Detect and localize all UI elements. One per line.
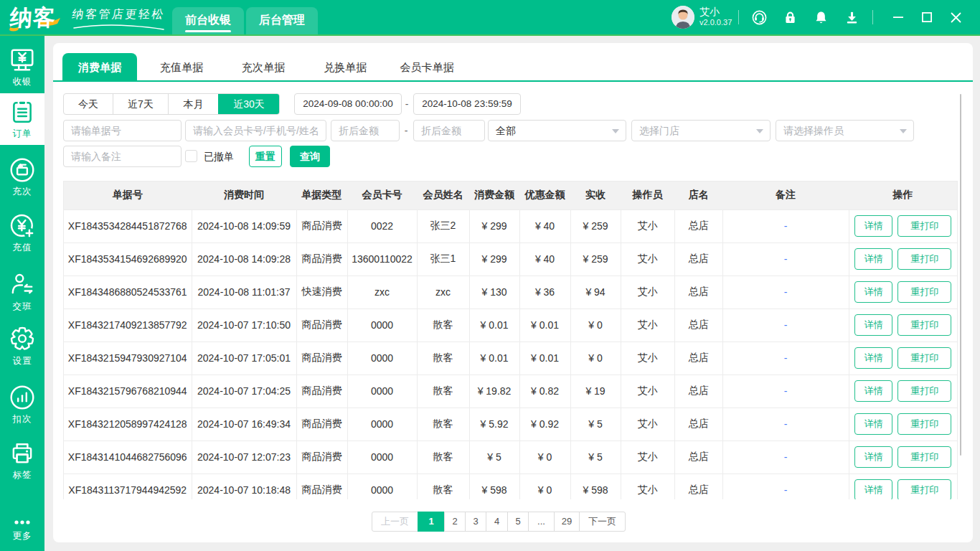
- detail-button[interactable]: 详情: [854, 380, 892, 402]
- page-button-2[interactable]: 2: [444, 512, 466, 532]
- doc-tab-充值单据[interactable]: 充值单据: [144, 53, 219, 82]
- cell-remark: -: [722, 408, 849, 441]
- member-input[interactable]: 请输入会员卡号/手机号/姓名: [185, 120, 326, 141]
- reprint-button[interactable]: 重打印: [897, 347, 951, 369]
- sidebar-item-收银[interactable]: 收银: [0, 42, 44, 93]
- date-range-separator: -: [403, 93, 410, 115]
- page-button-1[interactable]: 1: [418, 512, 445, 532]
- detail-button[interactable]: 详情: [854, 413, 892, 435]
- cell-time: 2024-10-07 17:04:25: [192, 375, 296, 408]
- page-button-29[interactable]: 29: [554, 512, 580, 532]
- reset-button[interactable]: 重置: [249, 146, 282, 167]
- detail-button[interactable]: 详情: [854, 347, 892, 369]
- search-button[interactable]: 查询: [290, 146, 330, 167]
- page-button-5[interactable]: 5: [507, 512, 529, 532]
- cell-time: 2024-10-08 11:01:37: [192, 276, 296, 309]
- sidebar: 收银 订单 充次 充值 交班 设置 扣次 标签: [0, 36, 44, 551]
- sidebar-item-更多[interactable]: 更多: [0, 509, 44, 550]
- revoked-checkbox[interactable]: [185, 150, 197, 162]
- order-no-input[interactable]: 请输单据号: [63, 120, 182, 141]
- maximize-button[interactable]: [913, 0, 941, 34]
- cashier-monitor-icon: [9, 47, 36, 74]
- detail-button[interactable]: 详情: [854, 281, 892, 303]
- doc-tab-消费单据[interactable]: 消费单据: [62, 53, 137, 82]
- page-ellipsis[interactable]: ...: [528, 512, 555, 532]
- reprint-button[interactable]: 重打印: [897, 248, 951, 270]
- operator-placeholder: 请选择操作员: [783, 125, 844, 136]
- cell-amount: ¥ 5.92: [469, 408, 519, 441]
- sidebar-item-充次[interactable]: 充次: [0, 151, 44, 203]
- doc-tab-兑换单据[interactable]: 兑换单据: [308, 53, 382, 82]
- nav-tab-后台管理[interactable]: 后台管理: [246, 7, 318, 34]
- detail-button[interactable]: 详情: [854, 248, 892, 270]
- reprint-button[interactable]: 重打印: [897, 446, 951, 468]
- quick-range-今天[interactable]: 今天: [64, 94, 113, 114]
- page-button-3[interactable]: 3: [465, 512, 486, 532]
- detail-button[interactable]: 详情: [854, 479, 892, 499]
- next-page-button[interactable]: 下一页: [579, 512, 626, 532]
- sidebar-item-设置[interactable]: 设置: [0, 321, 44, 372]
- sidebar-item-label: 标签: [13, 469, 32, 481]
- sidebar-item-交班[interactable]: 交班: [0, 266, 44, 318]
- reprint-button[interactable]: 重打印: [897, 413, 951, 435]
- sidebar-item-标签[interactable]: 标签: [0, 435, 44, 486]
- reprint-button[interactable]: 重打印: [897, 479, 951, 499]
- customer-service-icon[interactable]: [752, 10, 767, 25]
- vertical-scrollbar[interactable]: [960, 94, 961, 456]
- store-select[interactable]: 选择门店: [631, 120, 771, 141]
- lock-icon[interactable]: [783, 10, 798, 25]
- column-header-操作: 操作: [849, 182, 957, 209]
- table-row: XF18432174092138577922024-10-07 17:10:50…: [64, 309, 957, 342]
- quick-range-近30天[interactable]: 近30天: [218, 94, 279, 114]
- minimize-button[interactable]: [884, 0, 913, 34]
- tagline-underline-swoosh: [73, 24, 165, 31]
- sidebar-item-label: 订单: [13, 128, 32, 140]
- prev-page-button[interactable]: 上一页: [372, 512, 418, 532]
- doc-tab-充次单据[interactable]: 充次单据: [226, 53, 301, 82]
- reprint-button[interactable]: 重打印: [897, 314, 951, 336]
- remark-input[interactable]: 请输入备注: [63, 146, 182, 167]
- nav-tab-前台收银[interactable]: 前台收银: [172, 7, 244, 34]
- user-info[interactable]: 艾小 v2.0.0.37: [672, 6, 732, 29]
- sidebar-item-label: 更多: [13, 530, 32, 542]
- cell-store: 总店: [674, 309, 722, 342]
- pay-type-select[interactable]: 全部: [488, 120, 626, 141]
- chevron-down-icon: [756, 129, 763, 133]
- cell-type: 商品消费: [296, 408, 347, 441]
- sidebar-item-扣次[interactable]: 扣次: [0, 379, 44, 430]
- doc-tab-会员卡单据[interactable]: 会员卡单据: [390, 53, 464, 82]
- cell-amount: ¥ 598: [469, 474, 519, 499]
- quick-range-近7天[interactable]: 近7天: [113, 94, 168, 114]
- date-to-input[interactable]: 2024-10-08 23:59:59: [413, 93, 521, 115]
- cell-discount: ¥ 40: [519, 209, 570, 242]
- detail-button[interactable]: 详情: [854, 446, 892, 468]
- bell-icon[interactable]: [814, 10, 829, 25]
- detail-button[interactable]: 详情: [854, 215, 892, 237]
- amount-min-input[interactable]: 折后金额: [331, 120, 400, 141]
- close-button[interactable]: [941, 0, 970, 34]
- cell-order_no: XF1843113717944942592: [64, 474, 192, 499]
- cell-type: 快速消费: [296, 276, 347, 309]
- cell-discount: ¥ 40: [519, 242, 570, 276]
- reprint-button[interactable]: 重打印: [897, 281, 951, 303]
- cell-card_no: 0000: [347, 441, 417, 474]
- topbar-icons: [752, 10, 859, 25]
- column-header-会员姓名: 会员姓名: [417, 182, 469, 209]
- reprint-button[interactable]: 重打印: [897, 380, 951, 402]
- cell-amount: ¥ 299: [469, 209, 519, 242]
- reprint-button[interactable]: 重打印: [897, 215, 951, 237]
- amount-max-input[interactable]: 折后金额: [413, 120, 485, 141]
- operator-select[interactable]: 请选择操作员: [776, 120, 914, 141]
- download-icon[interactable]: [844, 10, 859, 25]
- sidebar-item-订单[interactable]: 订单: [0, 93, 44, 145]
- page-button-4[interactable]: 4: [486, 512, 508, 532]
- active-tab-underline: [185, 30, 231, 32]
- sidebar-item-充值[interactable]: 充值: [0, 207, 44, 259]
- app-version: v2.0.0.37: [699, 18, 732, 27]
- topbar: 纳客 纳客管店更轻松 前台收银后台管理 艾小 v2.0.0.37: [0, 0, 980, 34]
- quick-range-本月[interactable]: 本月: [168, 94, 218, 114]
- cell-paid: ¥ 0: [570, 342, 621, 375]
- avatar[interactable]: [672, 6, 694, 29]
- date-from-input[interactable]: 2024-09-08 00:00:00: [294, 93, 402, 115]
- detail-button[interactable]: 详情: [854, 314, 892, 336]
